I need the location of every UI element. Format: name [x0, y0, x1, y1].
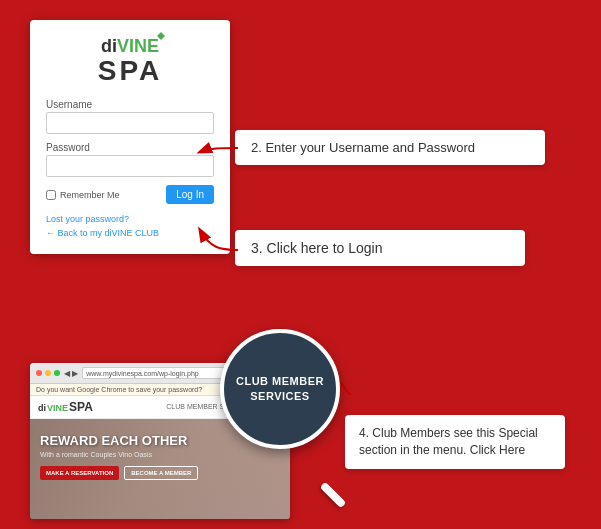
username-label: Username — [46, 99, 214, 110]
magnify-content: CLUB MEMBER SERVICES — [224, 366, 336, 413]
logo-area: diVINE SPA — [46, 36, 214, 85]
hero-buttons: MAKE A RESERVATION BECOME A MEMBER — [40, 466, 280, 480]
logo-vine: VINE — [117, 36, 159, 56]
magnify-circle: CLUB MEMBER SERVICES — [220, 329, 340, 449]
logo-spa: SPA — [46, 57, 214, 85]
browser-dots — [36, 370, 60, 376]
callout-3-text: 3. Click here to Login — [251, 240, 383, 256]
site-logo-vine: VINE — [47, 403, 68, 413]
callout-3: 3. Click here to Login — [235, 230, 525, 266]
callout-4-text: 4. Club Members see this Special section… — [359, 426, 538, 457]
callout-4: 4. Club Members see this Special section… — [345, 415, 565, 469]
hero-content: REWARD EACH OTHER With a romantic Couple… — [40, 433, 280, 480]
username-input[interactable] — [46, 112, 214, 134]
logo-di: di — [101, 36, 117, 56]
hero-subtitle: With a romantic Couples Vino Oasis — [40, 451, 280, 458]
dot-minimize — [45, 370, 51, 376]
remember-left: Remember Me — [46, 190, 120, 200]
browser-nav: ◀ ▶ — [64, 369, 78, 378]
username-group: Username — [46, 99, 214, 134]
logo: diVINE SPA — [46, 36, 214, 85]
remember-label: Remember Me — [60, 190, 120, 200]
login-card: diVINE SPA Username Password Remember Me… — [30, 20, 230, 254]
dot-close — [36, 370, 42, 376]
make-reservation-button[interactable]: MAKE A RESERVATION — [40, 466, 119, 480]
callout-2-text: 2. Enter your Username and Password — [251, 140, 475, 155]
hero-title: REWARD EACH OTHER — [40, 433, 280, 449]
lost-password-link[interactable]: Lost your password? — [46, 214, 214, 224]
password-group: Password — [46, 142, 214, 177]
hero-area: REWARD EACH OTHER With a romantic Couple… — [30, 419, 290, 519]
magnify-handle — [320, 482, 347, 509]
site-logo: diVINE SPA — [38, 400, 93, 414]
site-logo-spa: SPA — [69, 400, 93, 414]
login-button[interactable]: Log In — [166, 185, 214, 204]
back-link[interactable]: ← Back to my diVINE CLUB — [46, 228, 214, 238]
site-logo-di: di — [38, 403, 46, 413]
password-label: Password — [46, 142, 214, 153]
dot-maximize — [54, 370, 60, 376]
remember-checkbox[interactable] — [46, 190, 56, 200]
password-input[interactable] — [46, 155, 214, 177]
callout-2: 2. Enter your Username and Password — [235, 130, 545, 165]
become-member-button[interactable]: BECOME A MEMBER — [124, 466, 198, 480]
remember-row: Remember Me Log In — [46, 185, 214, 204]
